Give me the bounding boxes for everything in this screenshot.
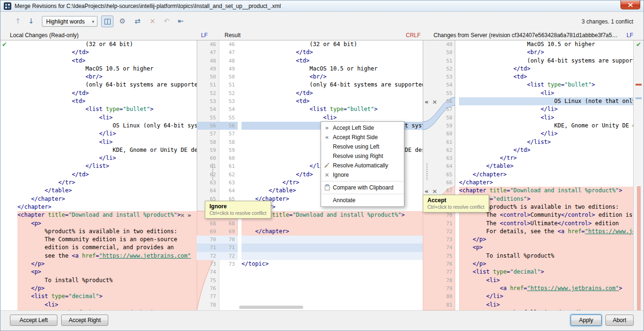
apply-button[interactable]: Apply xyxy=(571,315,602,326)
code-line[interactable]: <li> xyxy=(17,138,197,146)
menu-item-annotate[interactable]: Annotate xyxy=(321,196,404,205)
code-line[interactable]: <li> xyxy=(17,301,197,309)
code-line[interactable]: KDE, Gnome or Unity DE desktop xyxy=(17,146,197,154)
code-line[interactable]: </table> xyxy=(459,162,633,170)
code-line[interactable]: (32 or 64 bit) xyxy=(242,40,423,48)
error-stripe-scrollbar[interactable]: ✔ xyxy=(633,40,644,310)
close-button[interactable] xyxy=(620,0,640,9)
code-line[interactable]: edition is commercial, and provides an xyxy=(17,244,197,252)
code-line[interactable]: </chapter> xyxy=(459,179,633,187)
code-line[interactable]: <list type="bullet"> xyxy=(459,81,633,89)
code-line[interactable]: OS Linux (only 64-bit systems are suppor… xyxy=(17,122,197,130)
change-stripe-mark[interactable] xyxy=(636,84,642,86)
code-line[interactable]: </p> xyxy=(17,284,197,292)
code-line[interactable]: </li> xyxy=(459,105,633,113)
code-line[interactable]: <li> xyxy=(17,114,197,122)
code-line[interactable]: <br/> xyxy=(242,73,423,81)
code-line[interactable]: <br/> xyxy=(459,48,633,56)
code-line[interactable]: <p> xyxy=(17,220,197,228)
code-line[interactable]: </td> xyxy=(17,171,197,179)
code-line[interactable]: <li> xyxy=(459,301,633,309)
code-line[interactable]: </list> xyxy=(459,138,633,146)
goto-change-button[interactable]: ⇤ xyxy=(175,16,187,27)
change-stripe-mark[interactable] xyxy=(636,97,642,99)
resolve-simple-conflicts-button[interactable]: ⇄ xyxy=(131,16,144,27)
code-line[interactable]: <td> xyxy=(459,73,633,81)
code-line[interactable]: </topic> xyxy=(242,260,423,268)
code-line[interactable]: </td> xyxy=(459,65,633,73)
code-line[interactable]: <li> xyxy=(459,114,633,122)
code-line[interactable]: <td> xyxy=(17,97,197,105)
ignore-change-marker-icon[interactable]: × xyxy=(432,98,437,106)
code-line[interactable]: The <control>Ultimate</control> edition xyxy=(459,220,633,228)
code-line[interactable]: </chapter> xyxy=(17,203,197,211)
menu-item-resolve-using-right[interactable]: Resolve using Right xyxy=(321,151,404,161)
code-line[interactable]: </li> xyxy=(17,130,197,138)
code-line[interactable]: </td> xyxy=(242,48,423,56)
code-line[interactable]: </list> xyxy=(17,162,197,170)
conflict-stripe-mark[interactable] xyxy=(637,186,641,310)
code-line[interactable]: (only 64-bit systems are supported) xyxy=(242,81,423,89)
apply-non-conflicting-button[interactable]: × xyxy=(146,16,159,27)
code-line[interactable]: </chapter> xyxy=(242,228,423,236)
code-line[interactable]: MacOS 10.5 or higher xyxy=(459,40,633,48)
code-line[interactable]: OS Linux (note that only 64-bit systems … xyxy=(459,97,633,105)
menu-item-accept-left-side[interactable]: »Accept Left Side xyxy=(321,123,404,133)
server-changes-editor[interactable]: MacOS 10.5 or higher <br/> (only 64-bit … xyxy=(455,40,633,310)
horizontal-scrollbar[interactable] xyxy=(239,306,303,309)
code-line[interactable]: see the <a href="https://www.jetbrains.c… xyxy=(17,252,197,260)
code-line[interactable] xyxy=(242,244,423,252)
code-line[interactable]: <br/> xyxy=(17,73,197,81)
code-line[interactable]: </li> xyxy=(459,130,633,138)
menu-item-resolve-automatically[interactable]: Resolve Automatically xyxy=(321,161,404,170)
accept-left-button[interactable]: Accept Left xyxy=(10,315,57,326)
code-line[interactable]: <td> xyxy=(242,57,423,65)
code-line[interactable]: </li> xyxy=(17,154,197,162)
code-line[interactable]: MacOS 10.5 or higher xyxy=(242,65,423,73)
code-line[interactable]: (only 64-bit systems are supported) xyxy=(17,81,197,89)
code-line[interactable]: KDE, Gnome or Unity DE desktop xyxy=(459,122,633,130)
code-line[interactable]: (only 64-bit systems are supported) xyxy=(459,57,633,65)
code-line[interactable] xyxy=(242,236,423,244)
code-line[interactable]: The Community edition is an open-source xyxy=(17,236,197,244)
code-line[interactable]: </table> xyxy=(17,187,197,195)
menu-item-resolve-using-left[interactable]: Resolve using Left xyxy=(321,142,404,151)
code-line[interactable]: <list type="decimal"> xyxy=(459,268,633,276)
code-line[interactable]: </p> xyxy=(459,260,633,268)
code-line[interactable]: </td> xyxy=(459,146,633,154)
code-line[interactable]: <p> xyxy=(17,268,197,276)
accept-left-change-marker-icon[interactable]: » xyxy=(187,211,191,219)
highlight-mode-select[interactable]: Highlight words ▾ xyxy=(42,16,97,27)
code-line[interactable]: <p> xyxy=(459,244,633,252)
code-line[interactable]: <list type="bullet"> xyxy=(17,105,197,113)
code-line[interactable]: <td> xyxy=(242,97,423,105)
code-line[interactable]: </li> xyxy=(459,292,633,300)
next-change-button[interactable]: ↓ xyxy=(25,16,37,27)
side-by-side-viewer-toggle[interactable] xyxy=(101,16,113,27)
menu-item-accept-right-side[interactable]: «Accept Right Side xyxy=(321,133,404,142)
code-line[interactable]: <chapter title="Download and install %pr… xyxy=(459,187,633,195)
code-line[interactable]: </p> xyxy=(459,236,633,244)
code-line[interactable]: </tr> xyxy=(17,179,197,187)
code-line[interactable]: </p> xyxy=(17,260,197,268)
code-line[interactable]: <chapter title="Download and install %pr… xyxy=(17,211,197,219)
code-line[interactable]: </chapter> xyxy=(459,171,633,179)
code-line[interactable] xyxy=(242,252,423,260)
ignore-change-marker-icon[interactable]: × xyxy=(180,211,185,219)
code-line[interactable]: To install %product% xyxy=(459,252,633,260)
code-line[interactable]: %product% is available in two editions: xyxy=(17,228,197,236)
abort-button[interactable]: Abort xyxy=(605,315,634,326)
code-line[interactable]: </td> xyxy=(242,89,423,97)
code-line[interactable]: For details, see the <a href="https://ww… xyxy=(459,228,633,236)
local-changes-editor[interactable]: (32 or 64 bit) </td> <td> MacOS 10.5 or … xyxy=(9,40,197,310)
code-line[interactable]: (32 or 64 bit) xyxy=(17,40,197,48)
code-line[interactable]: </chapter> xyxy=(17,195,197,203)
code-line[interactable] xyxy=(242,220,423,228)
code-line[interactable]: <li> xyxy=(242,114,423,122)
settings-button[interactable]: ⚙ xyxy=(116,16,129,27)
code-line[interactable]: To install %product% xyxy=(17,276,197,284)
code-line[interactable]: <td> xyxy=(17,57,197,65)
code-line[interactable]: </td> xyxy=(17,89,197,97)
prev-change-button[interactable]: ↑ xyxy=(12,16,24,27)
ignore-change-marker-icon[interactable]: × xyxy=(432,187,437,195)
